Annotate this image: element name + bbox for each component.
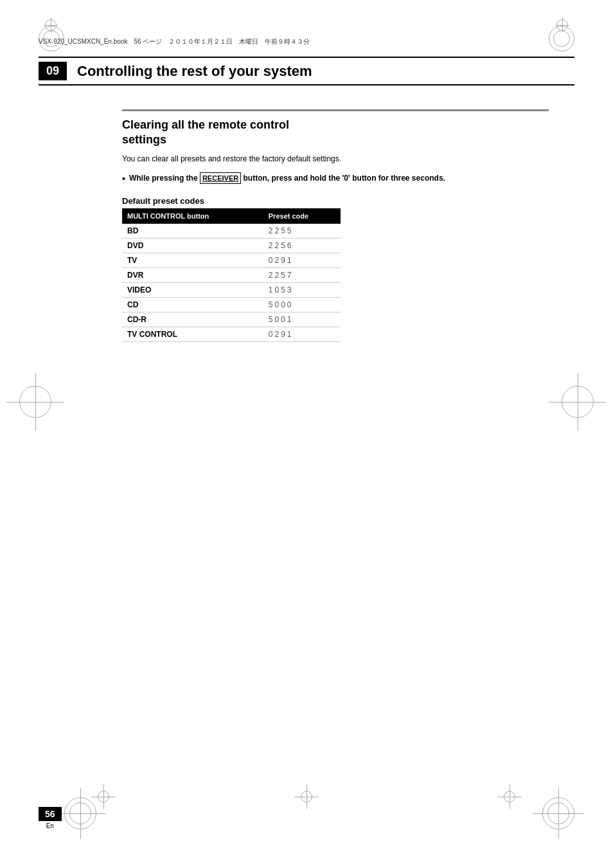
- side-reg-right: [562, 386, 594, 418]
- chapter-number: 09: [39, 62, 67, 80]
- reg-mark-bottom-mid-left: [96, 790, 111, 804]
- section-description: You can clear all presets and restore th…: [122, 153, 549, 165]
- corner-circle-bottom-left: [64, 797, 96, 829]
- table-cell-code: 1053: [263, 283, 341, 298]
- corner-circle-bottom-right: [542, 797, 574, 829]
- table-cell-button: TV CONTROL: [122, 327, 263, 342]
- instruction: • While pressing the RECEIVER button, pr…: [122, 172, 549, 186]
- table-row: VIDEO1053: [122, 283, 341, 298]
- section-title: Clearing all the remote control settings: [122, 118, 549, 148]
- side-reg-left: [19, 386, 51, 418]
- table-cell-button: CD-R: [122, 312, 263, 327]
- table-row: TV CONTROL0291: [122, 327, 341, 342]
- chapter-title: Controlling the rest of your system: [77, 63, 312, 80]
- table-cell-code: 2256: [263, 239, 341, 253]
- table-header-row: MULTI CONTROL button Preset code: [122, 208, 341, 224]
- content-area: Clearing all the remote control settings…: [122, 109, 549, 342]
- table-cell-code: 0291: [263, 253, 341, 268]
- instruction-bold-while: While pressing the: [129, 174, 200, 183]
- instruction-bold-rest: button, press and hold the '0' button fo…: [241, 174, 445, 183]
- reg-mark-bottom-mid-right: [502, 790, 517, 804]
- col-header-button: MULTI CONTROL button: [122, 208, 263, 224]
- preset-codes-table: MULTI CONTROL button Preset code BD2255D…: [122, 208, 341, 342]
- table-cell-button: DVR: [122, 268, 263, 283]
- page-language: En: [39, 822, 62, 829]
- table-cell-code: 0291: [263, 327, 341, 342]
- reg-mark-bottom-center: [299, 790, 314, 804]
- table-row: DVD2256: [122, 239, 341, 253]
- table-heading: Default preset codes: [122, 196, 549, 206]
- table-cell-code: 5000: [263, 298, 341, 312]
- key-receiver: RECEIVER: [200, 172, 241, 185]
- col-header-code: Preset code: [263, 208, 341, 224]
- table-cell-button: DVD: [122, 239, 263, 253]
- table-cell-button: VIDEO: [122, 283, 263, 298]
- table-section: Default preset codes MULTI CONTROL butto…: [122, 196, 549, 342]
- table-cell-code: 2255: [263, 224, 341, 239]
- table-cell-code: 2257: [263, 268, 341, 283]
- table-row: DVR2257: [122, 268, 341, 283]
- table-row: TV0291: [122, 253, 341, 268]
- table-body: BD2255DVD2256TV0291DVR2257VIDEO1053CD500…: [122, 224, 341, 342]
- page: VSX-920_UCSMXCN_En.book 56 ページ ２０１０年１月２１…: [0, 0, 613, 868]
- table-cell-button: CD: [122, 298, 263, 312]
- table-cell-button: BD: [122, 224, 263, 239]
- section-header-bar: Clearing all the remote control settings: [122, 109, 549, 148]
- table-row: CD-R5001: [122, 312, 341, 327]
- table-row: CD5000: [122, 298, 341, 312]
- instruction-bullet: • While pressing the RECEIVER button, pr…: [122, 172, 549, 186]
- table-cell-code: 5001: [263, 312, 341, 327]
- table-row: BD2255: [122, 224, 341, 239]
- instruction-text: While pressing the RECEIVER button, pres…: [129, 172, 445, 186]
- meta-text: VSX-920_UCSMXCN_En.book 56 ページ ２０１０年１月２１…: [39, 37, 310, 46]
- chapter-header: 09 Controlling the rest of your system: [39, 57, 574, 86]
- header-meta: VSX-920_UCSMXCN_En.book 56 ページ ２０１０年１月２１…: [39, 37, 574, 46]
- table-cell-button: TV: [122, 253, 263, 268]
- footer: 56 En: [39, 807, 62, 829]
- bullet-symbol: •: [122, 172, 125, 186]
- page-number: 56: [39, 807, 62, 821]
